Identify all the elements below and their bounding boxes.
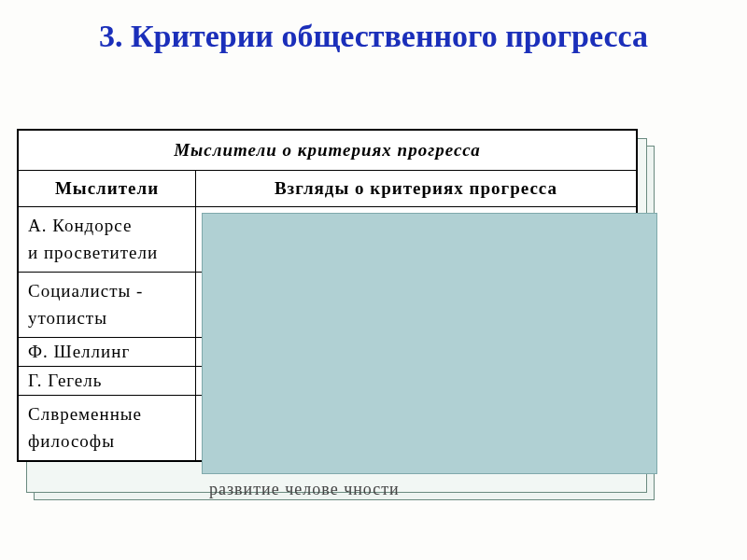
table-caption-row: Мыслители о критериях прогресса bbox=[19, 131, 637, 171]
thinker-cell: Г. Гегель bbox=[19, 367, 196, 396]
thinker-cell: Социалисты ‑утописты bbox=[19, 273, 196, 338]
covering-rectangle bbox=[202, 213, 657, 474]
obscured-bottom-text: развитие челове чности bbox=[209, 480, 400, 499]
table-caption: Мыслители о критериях прогресса bbox=[19, 131, 637, 171]
header-thinkers: Мыслители bbox=[19, 171, 196, 207]
thinker-cell: Ф. Шеллинг bbox=[19, 338, 196, 367]
header-views: Взгляды о критериях прогресса bbox=[196, 171, 637, 207]
slide-title: 3. Критерии общественного прогресса bbox=[0, 0, 747, 66]
table-header-row: Мыслители Взгляды о критериях прогресса bbox=[19, 171, 637, 207]
thinker-cell: Слвременныефилософы bbox=[19, 396, 196, 461]
thinker-cell: А. Кондорсеи просветители bbox=[19, 207, 196, 273]
